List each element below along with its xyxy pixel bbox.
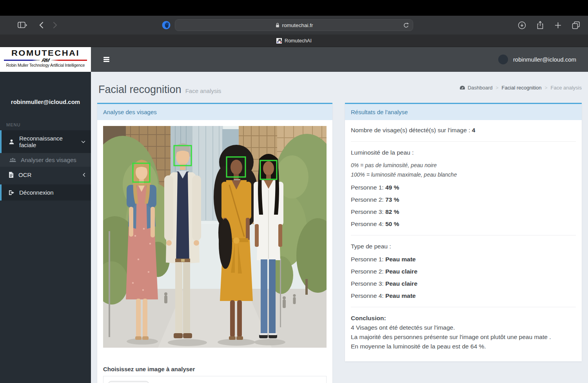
upload-label: Choisissez une image à analyser bbox=[103, 366, 327, 372]
new-tab-button[interactable] bbox=[554, 22, 562, 29]
chevron-down-icon bbox=[81, 140, 85, 143]
logo-name: ROMUTECHAI bbox=[11, 49, 80, 58]
conclusion-line: En moyenne la luminosité de la peau est … bbox=[351, 342, 576, 351]
sidebar-item-label: Déconnexion bbox=[19, 189, 85, 196]
sidebar-item-reconnaissance-faciale[interactable]: Reconnaissance faciale bbox=[0, 130, 91, 153]
results-card-header: Résultats de l'analyse bbox=[345, 104, 582, 120]
sidebar-item-analyser-des-visages[interactable]: Analyser des visages bbox=[0, 153, 91, 167]
user-icon bbox=[9, 139, 15, 145]
logo-monogram: RM bbox=[39, 58, 52, 62]
downloads-button[interactable] bbox=[518, 21, 526, 29]
luminosity-row: Personne 3: 82 % bbox=[351, 208, 576, 215]
luminosity-row: Personne 2: 73 % bbox=[351, 196, 576, 203]
plus-icon bbox=[554, 22, 562, 29]
chevron-right-icon bbox=[53, 22, 58, 29]
page-subtitle: Face analysis bbox=[185, 88, 221, 94]
sidebar-item-label: Analyser des visages bbox=[21, 157, 76, 163]
breadcrumb-dashboard[interactable]: Dashboard bbox=[459, 85, 493, 91]
macos-menubar bbox=[0, 0, 588, 16]
logo-tagline: Robin Muller Technology Artificial Intel… bbox=[6, 63, 85, 67]
brand-logo[interactable]: ROMUTECHAI RM Robin Muller Technology Ar… bbox=[0, 47, 91, 72]
luminosity-title: Luminosité de la peau : bbox=[351, 149, 576, 156]
breadcrumb-facial-recognition[interactable]: Facial recognition bbox=[502, 85, 542, 91]
content-blocker-hand-icon[interactable] bbox=[162, 20, 171, 30]
sidebar: robinmuller@icloud.com MENU Reconnaissan… bbox=[0, 72, 91, 383]
dashboard-gauge-icon bbox=[459, 85, 465, 90]
share-icon bbox=[536, 21, 544, 29]
sidebar-toggle-button[interactable] bbox=[18, 22, 27, 29]
main-content: Facial recognition Face analysis Dashboa… bbox=[91, 72, 588, 383]
back-button[interactable] bbox=[39, 22, 44, 29]
sidebar-section-label: MENU bbox=[0, 122, 91, 127]
skin-type-row: Personne 2: Peau claire bbox=[351, 268, 576, 275]
faces-detected-line: Nombre de visage(s) détecté(s) sur l'ima… bbox=[351, 127, 576, 134]
address-bar[interactable]: romutechai.fr bbox=[175, 19, 413, 31]
faces-detected-count: 4 bbox=[472, 127, 475, 133]
conclusion-line: La majorité des personnes présente sur l… bbox=[351, 332, 576, 342]
page-title: Facial recognition bbox=[98, 84, 181, 96]
browser-toolbar: romutechai.fr bbox=[0, 16, 588, 35]
skin-type-row: Personne 4: Peau mate bbox=[351, 292, 576, 299]
skin-type-row: Personne 3: Peau claire bbox=[351, 280, 576, 287]
forward-button[interactable] bbox=[53, 22, 58, 29]
breadcrumb-separator: > bbox=[496, 85, 499, 91]
logo-flag-underline: RM bbox=[4, 58, 87, 62]
share-button[interactable] bbox=[536, 21, 544, 29]
skin-type-row: Personne 1: Peau mate bbox=[351, 256, 576, 263]
tab-title: RomutechAI bbox=[285, 38, 312, 44]
tab-overview-button[interactable] bbox=[572, 21, 580, 29]
luminosity-row: Personne 4: 50 % bbox=[351, 221, 576, 228]
sidebar-item-ocr[interactable]: OCR bbox=[0, 167, 91, 183]
reload-icon bbox=[403, 22, 409, 29]
sidebar-user-email: robinmuller@icloud.com bbox=[0, 72, 91, 105]
browser-tab[interactable]: RomutechAI bbox=[0, 35, 588, 47]
app-header: robinmuller@icloud.com bbox=[91, 47, 588, 72]
lock-icon bbox=[275, 22, 280, 28]
tab-favicon bbox=[276, 38, 282, 44]
sidebar-item-deconnexion[interactable]: Déconnexion bbox=[0, 184, 91, 201]
chevron-left-icon bbox=[83, 173, 85, 177]
users-icon bbox=[9, 157, 16, 163]
url-text: romutechai.fr bbox=[282, 22, 313, 28]
file-text-icon bbox=[9, 172, 14, 178]
tabs-icon bbox=[572, 21, 580, 29]
luminosity-row: Personne 1: 49 % bbox=[351, 184, 576, 191]
skin-type-title: Type de peau : bbox=[351, 243, 576, 250]
file-input[interactable] bbox=[103, 376, 327, 383]
header-user-email: robinmuller@icloud.com bbox=[513, 56, 576, 63]
reload-button[interactable] bbox=[403, 22, 409, 29]
luminosity-note-max: 100% = luminosité maximale, peau blanche bbox=[351, 171, 576, 178]
results-card: Résultats de l'analyse Nombre de visage(… bbox=[345, 103, 582, 361]
conclusion-title: Conclusion: bbox=[351, 315, 576, 322]
sign-out-icon bbox=[9, 190, 15, 195]
sidebar-item-label: Reconnaissance faciale bbox=[19, 135, 76, 148]
breadcrumb-face-analysis: Face analysis bbox=[551, 85, 582, 91]
luminosity-note-min: 0% = pas de luminosité, peau noire bbox=[351, 162, 576, 168]
analysis-card-header: Analyse des visages bbox=[97, 104, 332, 120]
avatar bbox=[498, 55, 508, 64]
hamburger-menu-button[interactable] bbox=[103, 56, 109, 63]
user-menu[interactable]: robinmuller@icloud.com bbox=[498, 55, 576, 64]
analysis-card: Analyse des visages bbox=[97, 103, 332, 383]
chevron-left-icon bbox=[39, 22, 44, 29]
analyzed-image bbox=[103, 126, 327, 348]
sidebar-item-label: OCR bbox=[18, 171, 78, 178]
conclusion-line: 4 Visages ont été detectés sur l'image. bbox=[351, 323, 576, 332]
breadcrumb-separator: > bbox=[545, 85, 548, 91]
download-icon bbox=[518, 21, 526, 29]
breadcrumb: Dashboard > Facial recognition > Face an… bbox=[459, 80, 582, 96]
sidebar-panel-icon bbox=[18, 22, 27, 29]
choose-file-button[interactable] bbox=[108, 381, 149, 383]
